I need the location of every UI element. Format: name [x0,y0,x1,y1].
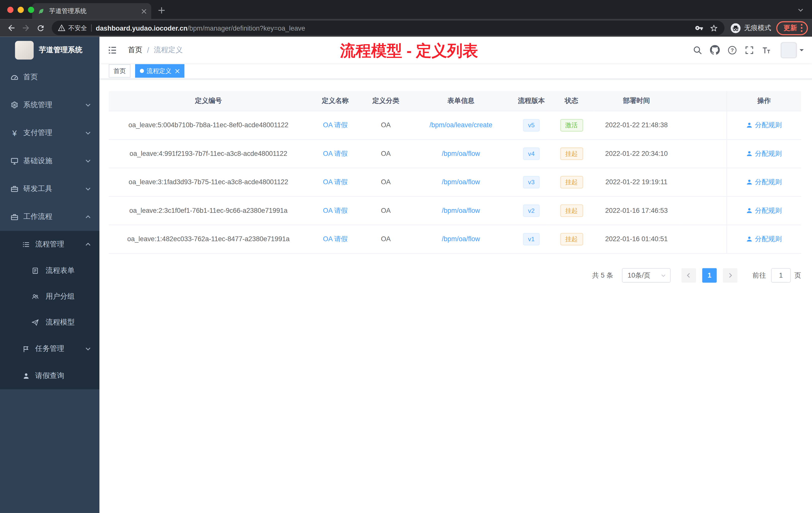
sidebar-item-task-management[interactable]: 任务管理 [0,336,99,362]
definition-id: oa_leave:2:3c1f0ef1-76b1-11ec-9c66-a2380… [109,196,308,224]
key-icon[interactable] [695,24,703,32]
tag-close-icon[interactable] [175,68,180,73]
table-row: oa_leave:3:1fad3d93-7b75-11ec-a3c8-acde4… [109,168,801,196]
security-label: 不安全 [68,24,87,32]
monitor-icon [10,157,19,165]
form-link[interactable]: /bpm/oa/leave/create [429,121,492,129]
deploy-time: 2022-01-22 20:34:10 [593,139,680,168]
fullscreen-icon[interactable] [745,45,754,55]
back-button[interactable] [4,21,19,35]
definition-name-link[interactable]: OA 请假 [323,121,348,129]
form-link[interactable]: /bpm/oa/flow [442,235,480,243]
forward-button[interactable] [19,21,33,35]
definition-table: 定义编号 定义名称 定义分类 表单信息 流程版本 状态 部署时间 操作 [109,91,801,253]
update-label: 更新 [784,23,797,33]
goto-page-input[interactable] [771,268,791,282]
sidebar-item-label: 工作流程 [23,212,80,221]
search-icon[interactable] [693,45,702,55]
col-filler [680,91,727,111]
sidebar-item-workflow[interactable]: 工作流程 [0,203,99,231]
total-count: 共 5 条 [592,271,613,280]
form-link[interactable]: /bpm/oa/flow [442,207,480,214]
sidebar-logo[interactable]: 芋道管理系统 [0,37,99,63]
help-icon[interactable]: ? [728,45,737,55]
col-deploy-time: 部署时间 [593,91,680,111]
goto-label: 前往 [753,271,766,280]
definition-category: OA [362,224,409,253]
definition-id: oa_leave:1:482ec033-762a-11ec-8477-a2380… [109,224,308,253]
bookmark-star-icon[interactable] [709,24,718,32]
sidebar-item-leave-query[interactable]: 请假查询 [0,362,99,389]
sidebar-item-home[interactable]: 首页 [0,63,99,91]
browser-tab[interactable]: 芋道管理系统 [32,3,151,19]
prev-page-button[interactable] [682,268,696,282]
sidebar-item-devtools[interactable]: 研发工具 [0,175,99,203]
definition-id: oa_leave:4:991f2193-7b7f-11ec-a3c8-acde4… [109,139,308,168]
zoom-window-button[interactable] [28,7,34,13]
tab-search-chevron-icon[interactable] [798,6,804,15]
menu-dots-icon[interactable] [801,24,803,32]
breadcrumb-home[interactable]: 首页 [128,45,142,55]
form-link[interactable]: /bpm/oa/flow [442,178,480,186]
assign-rule-link[interactable]: 分配规则 [746,120,782,130]
sidebar-item-process-form[interactable]: 流程表单 [0,258,99,283]
minimize-window-button[interactable] [18,7,24,13]
sidebar-item-user-group[interactable]: 用户分组 [0,283,99,309]
page-size-select[interactable]: 10条/页 [622,268,671,282]
table-row: oa_leave:2:3c1f0ef1-76b1-11ec-9c66-a2380… [109,196,801,224]
tag-process-definition[interactable]: 流程定义 [135,64,184,78]
assign-rule-link[interactable]: 分配规则 [746,177,782,186]
avatar-caret-icon [800,49,804,53]
logo-title: 芋道管理系统 [39,45,82,55]
status-badge: 激活 [560,119,583,131]
current-page-button[interactable]: 1 [702,268,717,282]
tab-close-icon[interactable] [141,8,147,14]
sidebar-item-process-management[interactable]: 流程管理 [0,231,99,258]
github-icon[interactable] [710,45,720,55]
chevron-up-icon [85,241,91,247]
filler-cell [680,111,727,139]
chevron-down-icon [85,102,91,108]
page-content: 定义编号 定义名称 定义分类 表单信息 流程版本 状态 部署时间 操作 [99,79,812,513]
col-definition-name: 定义名称 [308,91,362,111]
breadcrumb: 首页 / 流程定义 [128,45,182,55]
address-bar[interactable]: 不安全 dashboard.yudao.iocoder.cn/bpm/manag… [52,21,724,35]
sidebar-item-infrastructure[interactable]: 基础设施 [0,147,99,175]
logo-avatar [15,41,34,59]
tag-home[interactable]: 首页 [109,64,130,78]
close-window-button[interactable] [7,7,13,13]
definition-category: OA [362,139,409,168]
assign-rule-link[interactable]: 分配规则 [746,234,782,243]
definition-name-link[interactable]: OA 请假 [323,178,348,185]
security-chip[interactable]: 不安全 [58,24,87,32]
table-row: oa_leave:4:991f2193-7b7f-11ec-a3c8-acde4… [109,139,801,168]
sidebar-item-label: 基础设施 [23,156,80,165]
workflow-submenu: 流程管理 流程表单 用户分组 流程模型 任务管理 [0,231,99,389]
definition-category: OA [362,196,409,224]
new-tab-button[interactable] [154,3,169,18]
assign-rule-link[interactable]: 分配规则 [746,206,782,215]
sidebar-item-payment[interactable]: ¥ 支付管理 [0,119,99,147]
document-icon [31,267,39,274]
sidebar-item-system[interactable]: 系统管理 [0,91,99,119]
update-button[interactable]: 更新 [776,21,808,35]
sidebar-item-process-model[interactable]: 流程模型 [0,309,99,335]
browser-toolbar: 不安全 dashboard.yudao.iocoder.cn/bpm/manag… [0,19,812,37]
tab-title: 芋道管理系统 [49,7,137,16]
deploy-time: 2022-01-16 17:46:53 [593,196,680,224]
form-link[interactable]: /bpm/oa/flow [442,150,480,157]
definition-name-link[interactable]: OA 请假 [323,206,348,214]
toolbox-icon [10,185,19,193]
assign-rule-link[interactable]: 分配规则 [746,149,782,158]
definition-name-link[interactable]: OA 请假 [323,235,348,242]
sidebar-toggle-button[interactable] [107,44,118,56]
url-host: dashboard.yudao.iocoder.cn [96,24,187,32]
col-form-info: 表单信息 [409,91,513,111]
reload-button[interactable] [33,21,48,35]
font-size-icon[interactable] [762,45,771,55]
warning-triangle-icon [58,24,65,32]
definition-name-link[interactable]: OA 请假 [323,149,348,157]
next-page-button[interactable] [723,268,737,282]
paper-plane-icon [31,319,39,326]
user-avatar[interactable] [781,42,804,58]
